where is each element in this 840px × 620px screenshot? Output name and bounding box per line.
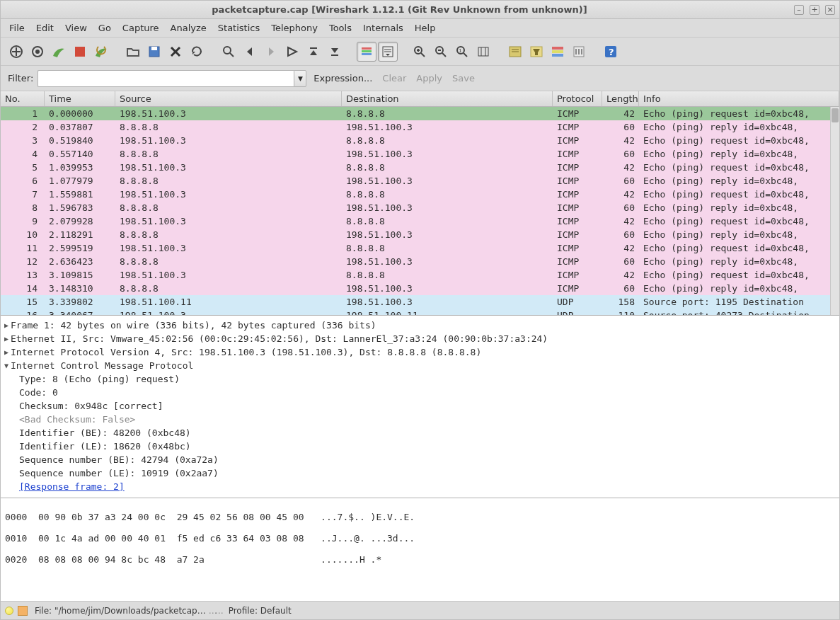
interfaces-icon[interactable] (6, 42, 26, 62)
packet-row[interactable]: 133.109815198.51.100.38.8.8.8ICMP42Echo … (1, 268, 839, 282)
tree-seq-be[interactable]: Sequence number (BE): 42794 (0xa72a) (19, 454, 219, 465)
expression-button[interactable]: Expression... (311, 73, 375, 84)
expert-info-led-icon[interactable] (5, 607, 13, 615)
tree-bad-checksum[interactable]: <Bad Checksum: False> (19, 414, 135, 425)
go-forward-icon[interactable] (261, 42, 281, 62)
clear-button[interactable]: Clear (379, 73, 409, 84)
tree-response-frame-link[interactable]: [Response frame: 2] (19, 481, 125, 492)
menu-go[interactable]: Go (93, 21, 117, 35)
autoscroll-icon[interactable] (378, 42, 398, 62)
scrollbar-thumb[interactable] (832, 108, 839, 122)
cell-time: 1.077979 (45, 176, 115, 186)
menu-help[interactable]: Help (409, 21, 442, 35)
cell-destination: 8.8.8.8 (342, 135, 553, 146)
goto-packet-icon[interactable] (282, 42, 302, 62)
find-packet-icon[interactable] (219, 42, 238, 62)
coloring-rules-icon[interactable] (548, 42, 568, 62)
tree-icmp[interactable]: Internet Control Message Protocol (11, 360, 193, 371)
packet-row[interactable]: 163.340067198.51.100.3198.51.100.11UDP11… (1, 309, 839, 315)
apply-button[interactable]: Apply (413, 73, 445, 84)
tree-id-le[interactable]: Identifier (LE): 18620 (0x48bc) (19, 441, 191, 452)
packet-row[interactable]: 112.599519198.51.100.38.8.8.8ICMP42Echo … (1, 241, 839, 255)
menu-tools[interactable]: Tools (323, 21, 357, 35)
packet-row[interactable]: 20.0378078.8.8.8198.51.100.3ICMP60Echo (… (1, 120, 839, 134)
packet-row[interactable]: 30.519840198.51.100.38.8.8.8ICMP42Echo (… (1, 134, 839, 147)
hex-row[interactable]: 0000 00 90 0b 37 a3 24 00 0c 29 45 02 56… (5, 512, 835, 522)
zoom-in-icon[interactable] (410, 42, 430, 62)
reload-icon[interactable] (187, 42, 207, 62)
menu-analyze[interactable]: Analyze (165, 21, 212, 35)
packet-row[interactable]: 40.5571408.8.8.8198.51.100.3ICMP60Echo (… (1, 147, 839, 161)
tree-frame[interactable]: Frame 1: 42 bytes on wire (336 bits), 42… (11, 320, 376, 331)
zoom-reset-icon[interactable]: 1 (452, 42, 472, 62)
hex-row[interactable]: 0010 00 1c 4a ad 00 00 40 01 f5 ed c6 33… (5, 533, 835, 544)
expander-icon[interactable]: ▼ (2, 362, 11, 369)
resize-columns-icon[interactable] (473, 42, 493, 62)
packet-row[interactable]: 71.559881198.51.100.38.8.8.8ICMP42Echo (… (1, 188, 839, 201)
goto-first-icon[interactable] (304, 42, 323, 62)
capture-filters-icon[interactable] (505, 42, 525, 62)
tree-ethernet[interactable]: Ethernet II, Src: Vmware_45:02:56 (00:0c… (11, 333, 548, 344)
status-file[interactable]: File: "/home/jim/Downloads/packetcap… (35, 606, 206, 616)
stop-capture-icon[interactable] (70, 42, 90, 62)
packet-row[interactable]: 122.6364238.8.8.8198.51.100.3ICMP60Echo … (1, 255, 839, 268)
hex-row[interactable]: 0020 08 08 08 00 94 8c bc 48 a7 2a .....… (5, 554, 835, 565)
go-back-icon[interactable] (240, 42, 260, 62)
menu-view[interactable]: View (59, 21, 93, 35)
display-filters-icon[interactable] (527, 42, 546, 62)
expander-icon[interactable]: ▶ (2, 348, 11, 356)
tree-code[interactable]: Code: 0 (19, 387, 58, 398)
col-time[interactable]: Time (45, 91, 115, 106)
packet-row[interactable]: 61.0779798.8.8.8198.51.100.3ICMP60Echo (… (1, 174, 839, 188)
save-filter-button[interactable]: Save (449, 73, 478, 84)
packet-details-pane[interactable]: ▶Frame 1: 42 bytes on wire (336 bits), 4… (1, 316, 839, 498)
packet-row[interactable]: 10.000000198.51.100.38.8.8.8ICMP42Echo (… (1, 107, 839, 120)
col-source[interactable]: Source (115, 91, 342, 106)
packet-row[interactable]: 81.5967838.8.8.8198.51.100.3ICMP60Echo (… (1, 201, 839, 214)
filter-dropdown-icon[interactable]: ▼ (294, 70, 306, 87)
save-file-icon[interactable] (144, 42, 164, 62)
tree-id-be[interactable]: Identifier (BE): 48200 (0xbc48) (19, 427, 191, 438)
expander-icon[interactable]: ▶ (2, 335, 11, 343)
preferences-icon[interactable] (569, 42, 589, 62)
minimize-button[interactable]: – (794, 5, 804, 15)
tree-type[interactable]: Type: 8 (Echo (ping) request) (19, 374, 180, 384)
col-destination[interactable]: Destination (342, 91, 553, 106)
help-icon[interactable]: ? (601, 42, 621, 62)
menu-statistics[interactable]: Statistics (212, 21, 265, 35)
expander-icon[interactable]: ▶ (2, 321, 11, 329)
col-length[interactable]: Length (602, 91, 639, 106)
menu-telephony[interactable]: Telephony (265, 21, 323, 35)
close-file-icon[interactable] (166, 42, 185, 62)
tree-ip[interactable]: Internet Protocol Version 4, Src: 198.51… (11, 347, 481, 357)
hex-dump-pane[interactable]: 0000 00 90 0b 37 a3 24 00 0c 29 45 02 56… (1, 498, 839, 601)
open-file-icon[interactable] (123, 42, 143, 62)
packet-list-scrollbar[interactable] (830, 107, 839, 315)
colorize-icon[interactable] (357, 42, 376, 62)
tree-seq-le[interactable]: Sequence number (LE): 10919 (0x2aa7) (19, 468, 219, 478)
packet-row[interactable]: 102.1182918.8.8.8198.51.100.3ICMP60Echo … (1, 228, 839, 241)
zoom-out-icon[interactable] (431, 42, 451, 62)
packet-list-body[interactable]: 10.000000198.51.100.38.8.8.8ICMP42Echo (… (1, 107, 839, 315)
packet-row[interactable]: 153.339802198.51.100.11198.51.100.3UDP15… (1, 295, 839, 309)
menu-capture[interactable]: Capture (117, 21, 165, 35)
filter-input[interactable] (38, 70, 294, 87)
capture-options-icon[interactable] (28, 42, 47, 62)
packet-row[interactable]: 51.039953198.51.100.38.8.8.8ICMP42Echo (… (1, 161, 839, 174)
maximize-button[interactable]: + (810, 5, 819, 15)
menu-file[interactable]: File (4, 21, 30, 35)
close-button[interactable]: × (825, 5, 835, 15)
packet-row[interactable]: 92.079928198.51.100.38.8.8.8ICMP42Echo (… (1, 214, 839, 228)
status-profile[interactable]: Profile: Default (229, 606, 292, 616)
restart-capture-icon[interactable] (91, 42, 111, 62)
col-info[interactable]: Info (639, 91, 839, 106)
col-protocol[interactable]: Protocol (553, 91, 602, 106)
menu-internals[interactable]: Internals (357, 21, 409, 35)
col-no[interactable]: No. (1, 91, 45, 106)
menu-edit[interactable]: Edit (30, 21, 59, 35)
goto-last-icon[interactable] (325, 42, 345, 62)
tree-checksum[interactable]: Checksum: 0x948c [correct] (19, 401, 163, 411)
start-capture-icon[interactable] (49, 42, 69, 62)
packet-row[interactable]: 143.1483108.8.8.8198.51.100.3ICMP60Echo … (1, 282, 839, 295)
annotation-icon[interactable] (18, 606, 28, 616)
